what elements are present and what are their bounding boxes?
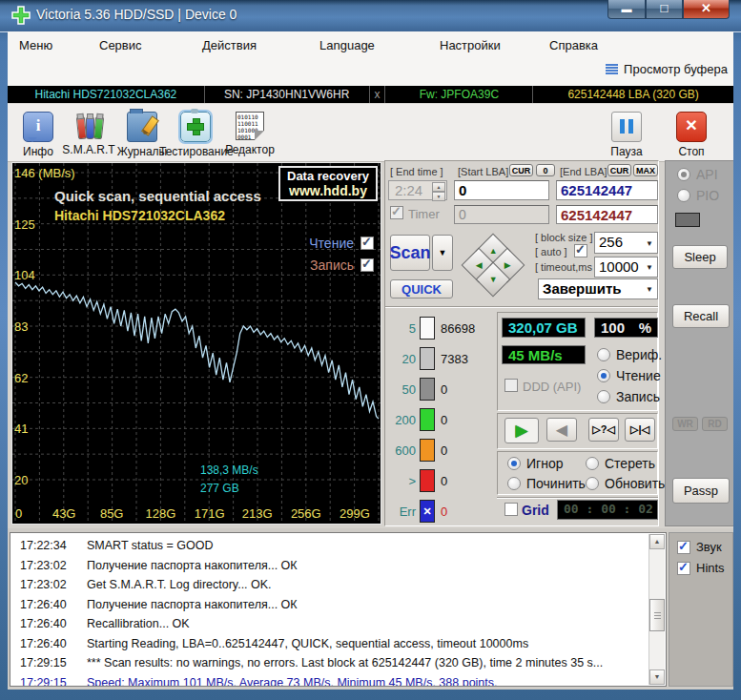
wr-button: WR xyxy=(672,417,698,431)
menu-item-6[interactable]: Справка xyxy=(549,38,598,52)
sound-row[interactable]: Звук xyxy=(677,540,722,554)
window-title: Victoria 5.36 HDD/SSD | Device 0 xyxy=(36,7,237,22)
radio-icon[interactable] xyxy=(597,348,610,361)
counter-row->: >0 xyxy=(385,469,495,492)
radio-icon[interactable] xyxy=(597,369,610,382)
log-time: 17:29:15 xyxy=(20,653,67,673)
log-row-6: 17:26:40Starting Reading, LBA=0..6251424… xyxy=(10,634,649,654)
menu-item-3[interactable]: Действия xyxy=(202,38,257,52)
toolbar-pause-button[interactable]: Пауза xyxy=(590,112,663,158)
mode-radio-1[interactable]: Вериф. xyxy=(597,347,662,362)
start-zero-button[interactable]: 0 xyxy=(536,164,555,176)
rd-button: RD xyxy=(702,417,728,431)
chevron-down-icon: ▼ xyxy=(646,238,653,247)
title-bar[interactable]: Victoria 5.36 HDD/SSD | Device 0 ▬ ☐ ✕ xyxy=(0,0,741,32)
log-time: 17:26:40 xyxy=(20,614,67,634)
cursor-speed-annotation: 138,3 MB/s xyxy=(200,463,258,477)
seek-test-button[interactable]: ▷?◁ xyxy=(588,418,619,442)
api-radio[interactable] xyxy=(677,168,690,181)
pio-radio[interactable] xyxy=(677,189,690,202)
counter-color-box xyxy=(420,439,435,462)
recall-button[interactable]: Recall xyxy=(672,304,730,328)
after-scan-action-dropdown[interactable]: Завершить▼ xyxy=(538,278,658,299)
grid-checkbox[interactable] xyxy=(504,503,518,516)
mode-radio-2[interactable]: Чтение xyxy=(597,368,661,383)
counter-color-box xyxy=(420,347,435,370)
legend-read: Чтение xyxy=(309,236,374,251)
radio-icon[interactable] xyxy=(586,477,599,490)
hints-checkbox[interactable] xyxy=(677,562,690,575)
buffer-view-button[interactable]: Просмотр буфера xyxy=(606,62,728,76)
end-cur-button[interactable]: CUR xyxy=(607,164,631,176)
counter-label: > xyxy=(385,474,416,488)
block-size-dropdown[interactable]: 256▼ xyxy=(594,232,658,254)
timeout-dropdown[interactable]: 10000▼ xyxy=(594,257,658,278)
radio-icon[interactable] xyxy=(597,390,610,403)
log-message: Получение паспорта накопителя... ОК xyxy=(87,556,298,576)
scroll-down-icon[interactable]: ▼ xyxy=(649,669,665,685)
toolbar-editor-button[interactable]: 010110 110011 101000 0001 Редактор xyxy=(214,112,286,156)
write-checkbox[interactable] xyxy=(360,258,374,272)
chevron-down-icon: ▼ xyxy=(646,263,653,272)
api-radio-row[interactable]: API xyxy=(677,167,718,182)
scan-dropdown-button[interactable]: ▼ xyxy=(432,235,453,271)
close-button[interactable]: ✕ xyxy=(683,0,730,19)
log-message: Speed: Maximum 101 MB/s. Average 73 MB/s… xyxy=(87,673,498,688)
action-radio-3[interactable]: Починить xyxy=(507,476,586,491)
counter-label: 200 xyxy=(385,413,416,427)
menu-item-1[interactable]: Меню xyxy=(19,38,52,52)
quick-button[interactable]: QUICK xyxy=(390,279,453,299)
current-lba-display: 625142447 xyxy=(556,205,658,224)
sleep-button[interactable]: Sleep xyxy=(672,245,728,269)
menu-item-2[interactable]: Сервис xyxy=(99,38,142,52)
end-time-spinner[interactable]: 2:24 ▲▼ xyxy=(388,180,447,200)
spinner-arrows[interactable]: ▲▼ xyxy=(432,182,445,198)
log-scrollbar[interactable]: ▲ ▼ xyxy=(648,534,665,685)
maximize-button[interactable]: ☐ xyxy=(646,0,683,19)
action-radio-1[interactable]: Игнор xyxy=(507,456,563,471)
log-row-1: 17:22:34SMART status = GOOD xyxy=(10,536,649,556)
menu-item-5[interactable]: Настройки xyxy=(440,38,501,52)
scan-button[interactable]: Scan xyxy=(390,235,430,271)
menu-item-4[interactable]: Language xyxy=(319,38,375,52)
back-button[interactable]: ◀ xyxy=(546,418,577,442)
counter-label: 5 xyxy=(385,321,416,336)
scroll-up-icon[interactable]: ▲ xyxy=(649,534,665,549)
radio-icon[interactable] xyxy=(507,457,521,470)
counter-row-200: 2000 xyxy=(385,408,495,431)
end-max-button[interactable]: MAX xyxy=(633,164,658,176)
device-serial: SN: JP1430HN1VW6HR xyxy=(205,86,370,103)
start-cur-button[interactable]: CUR xyxy=(509,164,533,176)
end-lba-input[interactable]: 625142447 xyxy=(556,180,658,200)
svg-text:83: 83 xyxy=(14,319,28,334)
toolbar-stop-button[interactable]: ✕ Стоп xyxy=(655,112,728,158)
client-area: МенюСервисДействияLanguageНастройкиСправ… xyxy=(8,31,733,690)
pio-radio-row[interactable]: PIO xyxy=(677,188,719,203)
auto-checkbox[interactable] xyxy=(574,244,587,257)
hints-row[interactable]: Hints xyxy=(677,561,725,575)
log-box: 17:22:34SMART status = GOOD17:23:02Получ… xyxy=(10,532,667,687)
timer-checkbox[interactable] xyxy=(390,206,403,219)
divider xyxy=(497,497,658,499)
scroll-thumb[interactable] xyxy=(649,599,665,631)
ddd-checkbox[interactable] xyxy=(504,379,518,392)
radio-icon[interactable] xyxy=(586,457,599,470)
start-lba-input[interactable]: 0 xyxy=(454,180,549,200)
passp-button[interactable]: Passp xyxy=(672,478,730,504)
speed-lcd: 45 MB/s xyxy=(502,345,586,364)
radio-icon[interactable] xyxy=(507,477,521,490)
action-radio-4[interactable]: Обновить xyxy=(586,476,665,491)
minimize-button[interactable]: ▬ xyxy=(607,0,646,19)
counter-color-box: ✕ xyxy=(420,500,435,523)
ddd-label: DDD (API) xyxy=(523,380,581,394)
timer-label: Timer xyxy=(408,207,440,221)
action-radio-2[interactable]: Стереть xyxy=(586,456,655,471)
seek-end-button[interactable]: ▷|◁ xyxy=(625,418,655,442)
sound-checkbox[interactable] xyxy=(677,541,690,554)
pause-icon xyxy=(611,112,642,142)
percent-lcd: 100 % xyxy=(594,318,658,338)
play-button[interactable]: ▶ xyxy=(504,418,539,443)
svg-text:256G: 256G xyxy=(291,506,321,521)
mode-radio-3[interactable]: Запись xyxy=(597,389,660,404)
read-checkbox[interactable] xyxy=(360,237,374,250)
